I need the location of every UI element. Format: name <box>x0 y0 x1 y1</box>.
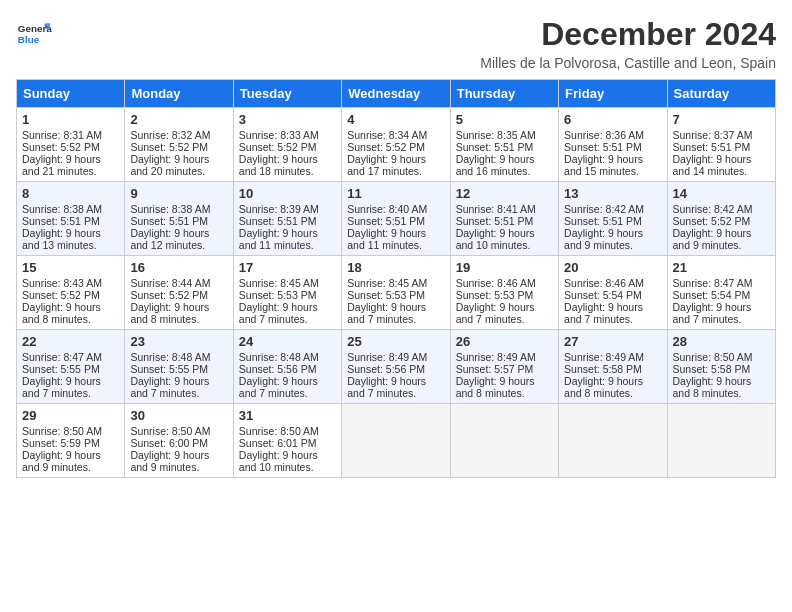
calendar-cell: 11Sunrise: 8:40 AMSunset: 5:51 PMDayligh… <box>342 182 450 256</box>
calendar-cell <box>342 404 450 478</box>
calendar-cell: 24Sunrise: 8:48 AMSunset: 5:56 PMDayligh… <box>233 330 341 404</box>
weekday-header-wednesday: Wednesday <box>342 80 450 108</box>
daylight-text: Daylight: 9 hours and 9 minutes. <box>130 449 227 473</box>
sunrise-text: Sunrise: 8:40 AM <box>347 203 444 215</box>
day-number: 10 <box>239 186 336 201</box>
sunrise-text: Sunrise: 8:37 AM <box>673 129 770 141</box>
sunrise-text: Sunrise: 8:47 AM <box>673 277 770 289</box>
calendar-cell: 19Sunrise: 8:46 AMSunset: 5:53 PMDayligh… <box>450 256 558 330</box>
day-number: 12 <box>456 186 553 201</box>
sunrise-text: Sunrise: 8:50 AM <box>22 425 119 437</box>
title-block: December 2024 Milles de la Polvorosa, Ca… <box>480 16 776 71</box>
calendar-cell <box>450 404 558 478</box>
day-number: 25 <box>347 334 444 349</box>
weekday-header-row: SundayMondayTuesdayWednesdayThursdayFrid… <box>17 80 776 108</box>
calendar-cell: 2Sunrise: 8:32 AMSunset: 5:52 PMDaylight… <box>125 108 233 182</box>
day-number: 24 <box>239 334 336 349</box>
logo-icon: General Blue <box>16 16 52 52</box>
calendar-cell: 14Sunrise: 8:42 AMSunset: 5:52 PMDayligh… <box>667 182 775 256</box>
calendar-cell: 21Sunrise: 8:47 AMSunset: 5:54 PMDayligh… <box>667 256 775 330</box>
week-row-5: 29Sunrise: 8:50 AMSunset: 5:59 PMDayligh… <box>17 404 776 478</box>
sunrise-text: Sunrise: 8:45 AM <box>347 277 444 289</box>
sunset-text: Sunset: 5:55 PM <box>130 363 227 375</box>
logo: General Blue <box>16 16 52 52</box>
day-number: 26 <box>456 334 553 349</box>
weekday-header-saturday: Saturday <box>667 80 775 108</box>
sunrise-text: Sunrise: 8:44 AM <box>130 277 227 289</box>
calendar-cell: 6Sunrise: 8:36 AMSunset: 5:51 PMDaylight… <box>559 108 667 182</box>
sunrise-text: Sunrise: 8:46 AM <box>564 277 661 289</box>
daylight-text: Daylight: 9 hours and 10 minutes. <box>239 449 336 473</box>
page-header: General Blue December 2024 Milles de la … <box>16 16 776 71</box>
daylight-text: Daylight: 9 hours and 9 minutes. <box>673 227 770 251</box>
daylight-text: Daylight: 9 hours and 8 minutes. <box>673 375 770 399</box>
sunset-text: Sunset: 5:51 PM <box>564 215 661 227</box>
sunrise-text: Sunrise: 8:39 AM <box>239 203 336 215</box>
daylight-text: Daylight: 9 hours and 12 minutes. <box>130 227 227 251</box>
sunset-text: Sunset: 5:55 PM <box>22 363 119 375</box>
daylight-text: Daylight: 9 hours and 13 minutes. <box>22 227 119 251</box>
day-number: 30 <box>130 408 227 423</box>
calendar-cell: 4Sunrise: 8:34 AMSunset: 5:52 PMDaylight… <box>342 108 450 182</box>
sunrise-text: Sunrise: 8:48 AM <box>239 351 336 363</box>
day-number: 19 <box>456 260 553 275</box>
calendar-cell: 26Sunrise: 8:49 AMSunset: 5:57 PMDayligh… <box>450 330 558 404</box>
day-number: 8 <box>22 186 119 201</box>
day-number: 4 <box>347 112 444 127</box>
daylight-text: Daylight: 9 hours and 16 minutes. <box>456 153 553 177</box>
sunrise-text: Sunrise: 8:50 AM <box>673 351 770 363</box>
daylight-text: Daylight: 9 hours and 7 minutes. <box>239 375 336 399</box>
daylight-text: Daylight: 9 hours and 17 minutes. <box>347 153 444 177</box>
sunrise-text: Sunrise: 8:43 AM <box>22 277 119 289</box>
sunset-text: Sunset: 5:52 PM <box>130 289 227 301</box>
weekday-header-friday: Friday <box>559 80 667 108</box>
sunset-text: Sunset: 5:52 PM <box>347 141 444 153</box>
calendar-cell: 5Sunrise: 8:35 AMSunset: 5:51 PMDaylight… <box>450 108 558 182</box>
sunset-text: Sunset: 5:54 PM <box>564 289 661 301</box>
calendar-cell: 7Sunrise: 8:37 AMSunset: 5:51 PMDaylight… <box>667 108 775 182</box>
day-number: 28 <box>673 334 770 349</box>
daylight-text: Daylight: 9 hours and 7 minutes. <box>673 301 770 325</box>
daylight-text: Daylight: 9 hours and 10 minutes. <box>456 227 553 251</box>
sunrise-text: Sunrise: 8:45 AM <box>239 277 336 289</box>
calendar-table: SundayMondayTuesdayWednesdayThursdayFrid… <box>16 79 776 478</box>
sunrise-text: Sunrise: 8:49 AM <box>347 351 444 363</box>
sunrise-text: Sunrise: 8:49 AM <box>456 351 553 363</box>
day-number: 14 <box>673 186 770 201</box>
daylight-text: Daylight: 9 hours and 8 minutes. <box>456 375 553 399</box>
calendar-cell: 8Sunrise: 8:38 AMSunset: 5:51 PMDaylight… <box>17 182 125 256</box>
daylight-text: Daylight: 9 hours and 14 minutes. <box>673 153 770 177</box>
sunrise-text: Sunrise: 8:42 AM <box>564 203 661 215</box>
weekday-header-tuesday: Tuesday <box>233 80 341 108</box>
day-number: 5 <box>456 112 553 127</box>
daylight-text: Daylight: 9 hours and 7 minutes. <box>564 301 661 325</box>
sunset-text: Sunset: 5:52 PM <box>22 289 119 301</box>
sunrise-text: Sunrise: 8:48 AM <box>130 351 227 363</box>
daylight-text: Daylight: 9 hours and 11 minutes. <box>347 227 444 251</box>
calendar-cell: 20Sunrise: 8:46 AMSunset: 5:54 PMDayligh… <box>559 256 667 330</box>
daylight-text: Daylight: 9 hours and 7 minutes. <box>347 375 444 399</box>
day-number: 22 <box>22 334 119 349</box>
day-number: 17 <box>239 260 336 275</box>
sunrise-text: Sunrise: 8:41 AM <box>456 203 553 215</box>
day-number: 29 <box>22 408 119 423</box>
sunrise-text: Sunrise: 8:50 AM <box>130 425 227 437</box>
sunrise-text: Sunrise: 8:38 AM <box>22 203 119 215</box>
sunset-text: Sunset: 6:01 PM <box>239 437 336 449</box>
sunset-text: Sunset: 5:52 PM <box>239 141 336 153</box>
calendar-cell <box>667 404 775 478</box>
day-number: 3 <box>239 112 336 127</box>
daylight-text: Daylight: 9 hours and 15 minutes. <box>564 153 661 177</box>
location-title: Milles de la Polvorosa, Castille and Leo… <box>480 55 776 71</box>
sunset-text: Sunset: 6:00 PM <box>130 437 227 449</box>
sunset-text: Sunset: 5:59 PM <box>22 437 119 449</box>
sunset-text: Sunset: 5:52 PM <box>22 141 119 153</box>
day-number: 15 <box>22 260 119 275</box>
sunset-text: Sunset: 5:51 PM <box>22 215 119 227</box>
day-number: 31 <box>239 408 336 423</box>
month-title: December 2024 <box>480 16 776 53</box>
calendar-cell: 22Sunrise: 8:47 AMSunset: 5:55 PMDayligh… <box>17 330 125 404</box>
day-number: 7 <box>673 112 770 127</box>
day-number: 16 <box>130 260 227 275</box>
sunset-text: Sunset: 5:56 PM <box>347 363 444 375</box>
